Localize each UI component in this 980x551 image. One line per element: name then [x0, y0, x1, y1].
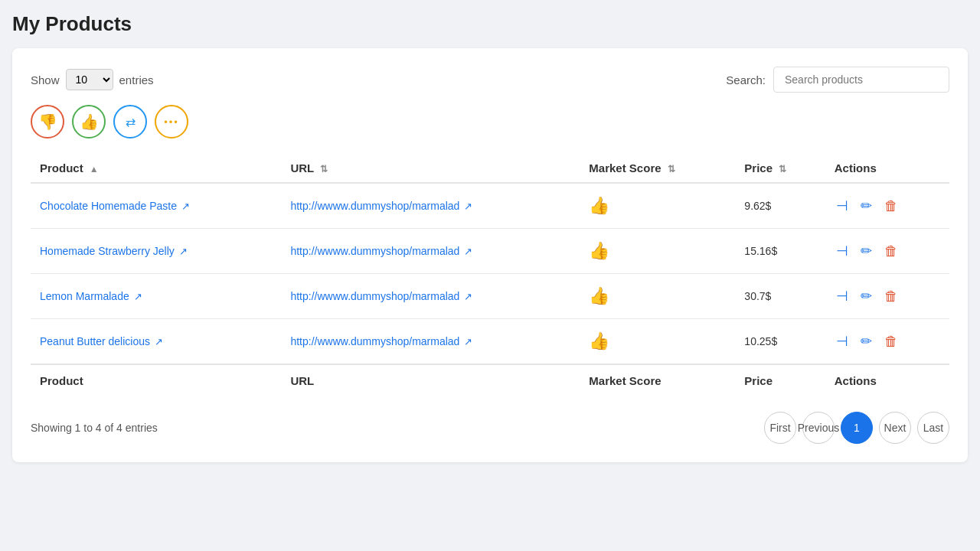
table-header-row: Product ▲ URL ⇅ Market Score ⇅ Price ⇅ A…: [31, 154, 949, 183]
edit-button-0[interactable]: ✏: [859, 196, 874, 216]
pagination: First Previous 1 Next Last: [764, 412, 949, 444]
like-button[interactable]: 👍: [72, 105, 106, 139]
entries-select[interactable]: 10 25 50 100: [66, 69, 113, 90]
top-controls: Show 10 25 50 100 entries Search:: [31, 67, 949, 93]
previous-button[interactable]: Previous: [802, 412, 835, 444]
external-link-icon: ↗: [179, 246, 188, 257]
col-url[interactable]: URL ⇅: [281, 154, 580, 183]
first-button[interactable]: First: [764, 412, 796, 444]
entries-label: entries: [119, 73, 154, 86]
dislike-button[interactable]: 👎: [31, 105, 64, 139]
table-footer-row: Product URL Market Score Price Actions: [31, 364, 949, 396]
col-market-score[interactable]: Market Score ⇅: [580, 154, 735, 183]
edit-button-2[interactable]: ✏: [859, 286, 874, 306]
external-link-icon: ↗: [155, 336, 163, 347]
actions-col-0: ⊣ ✏ 🗑: [835, 196, 940, 216]
search-label: Search:: [726, 73, 766, 86]
last-button[interactable]: Last: [917, 412, 949, 444]
url-external-icon: ↗: [464, 291, 472, 302]
footer-actions: Actions: [825, 364, 949, 396]
delete-button-3[interactable]: 🗑: [883, 332, 900, 351]
price-cell-3: 10.25$: [735, 319, 825, 365]
search-input[interactable]: [773, 67, 949, 93]
price-cell-1: 15.16$: [735, 229, 825, 274]
price-sort-icon: ⇅: [779, 164, 786, 174]
share-icon: ⇄: [126, 115, 136, 129]
url-link-0[interactable]: http://wwww.dummyshop/marmalad ↗: [290, 200, 570, 212]
url-link-3[interactable]: http://wwww.dummyshop/marmalad ↗: [290, 335, 570, 347]
share-button[interactable]: ⇄: [113, 105, 147, 139]
delete-button-2[interactable]: 🗑: [883, 287, 900, 306]
price-cell-2: 30.7$: [735, 274, 825, 319]
market-score-icon-3: 👍: [589, 331, 609, 350]
url-external-icon: ↗: [464, 246, 472, 257]
pin-button-0[interactable]: ⊣: [835, 196, 850, 216]
col-market-score-label: Market Score: [589, 161, 661, 174]
action-buttons-row: 👎 👍 ⇄ •••: [31, 105, 949, 139]
product-link-2[interactable]: Lemon Marmalade ↗: [40, 290, 272, 302]
page-title: My Products: [12, 12, 968, 36]
col-url-label: URL: [290, 161, 314, 174]
table-row: Chocolate Homemade Paste ↗http://wwww.du…: [31, 183, 949, 229]
actions-col-1: ⊣ ✏ 🗑: [835, 241, 940, 261]
actions-col-2: ⊣ ✏ 🗑: [835, 286, 940, 306]
dislike-icon: 👎: [38, 112, 57, 131]
table-row: Lemon Marmalade ↗http://wwww.dummyshop/m…: [31, 274, 949, 319]
col-price-label: Price: [744, 161, 773, 174]
url-sort-icon: ⇅: [320, 164, 328, 174]
table-row: Peanut Butter delicious ↗http://wwww.dum…: [31, 319, 949, 365]
search-area: Search:: [726, 67, 949, 93]
actions-col-3: ⊣ ✏ 🗑: [835, 331, 940, 351]
product-link-3[interactable]: Peanut Butter delicious ↗: [40, 335, 272, 347]
footer-url: URL: [281, 364, 580, 396]
edit-button-3[interactable]: ✏: [859, 331, 874, 351]
delete-button-0[interactable]: 🗑: [883, 197, 900, 216]
footer-product: Product: [31, 364, 281, 396]
market-sort-icon: ⇅: [668, 164, 675, 174]
sort-asc-icon: ▲: [90, 164, 99, 174]
pin-button-2[interactable]: ⊣: [835, 286, 850, 306]
product-link-1[interactable]: Homemade Strawberry Jelly ↗: [40, 245, 272, 257]
page-1-button[interactable]: 1: [841, 412, 873, 444]
price-cell-0: 9.62$: [735, 183, 825, 229]
bottom-bar: Showing 1 to 4 of 4 entries First Previo…: [31, 412, 949, 444]
url-link-1[interactable]: http://wwww.dummyshop/marmalad ↗: [290, 245, 570, 257]
external-link-icon: ↗: [181, 201, 190, 212]
show-entries: Show 10 25 50 100 entries: [31, 69, 154, 90]
col-product[interactable]: Product ▲: [31, 154, 281, 183]
col-actions: Actions: [825, 154, 949, 183]
url-link-2[interactable]: http://wwww.dummyshop/marmalad ↗: [290, 290, 570, 302]
url-external-icon: ↗: [464, 201, 472, 212]
table-row: Homemade Strawberry Jelly ↗http://wwww.d…: [31, 229, 949, 274]
showing-text: Showing 1 to 4 of 4 entries: [31, 422, 158, 434]
external-link-icon: ↗: [134, 291, 142, 302]
market-score-icon-0: 👍: [589, 196, 609, 215]
main-card: Show 10 25 50 100 entries Search: 👎 👍 ⇄ …: [12, 48, 968, 462]
col-price[interactable]: Price ⇅: [735, 154, 825, 183]
more-icon: •••: [164, 116, 179, 128]
more-button[interactable]: •••: [155, 105, 188, 139]
col-actions-label: Actions: [835, 161, 877, 174]
col-product-label: Product: [40, 161, 83, 174]
product-link-0[interactable]: Chocolate Homemade Paste ↗: [40, 200, 272, 212]
edit-button-1[interactable]: ✏: [859, 241, 874, 261]
next-button[interactable]: Next: [879, 412, 911, 444]
pin-button-3[interactable]: ⊣: [835, 331, 850, 351]
show-label: Show: [31, 73, 60, 86]
market-score-icon-1: 👍: [589, 241, 609, 260]
footer-price: Price: [735, 364, 825, 396]
footer-market-score: Market Score: [580, 364, 735, 396]
pin-button-1[interactable]: ⊣: [835, 241, 850, 261]
like-icon: 👍: [80, 112, 99, 131]
products-table: Product ▲ URL ⇅ Market Score ⇅ Price ⇅ A…: [31, 154, 949, 396]
delete-button-1[interactable]: 🗑: [883, 242, 900, 261]
url-external-icon: ↗: [464, 336, 472, 347]
market-score-icon-2: 👍: [589, 286, 609, 305]
